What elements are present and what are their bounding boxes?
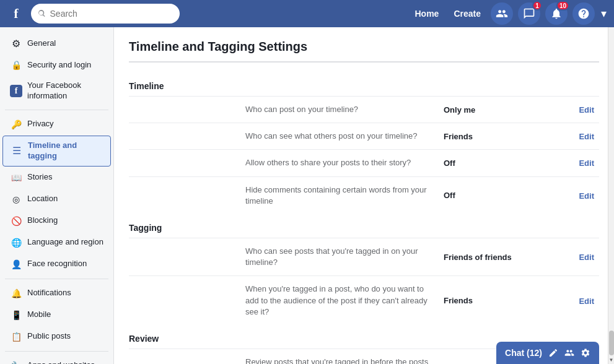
notifications-sidebar-icon: 🔔 [10,287,22,300]
friends-icon [496,7,508,20]
sidebar-item-general[interactable]: ⚙ General [2,33,111,54]
top-navigation: f Home Create 1 10 ▾ [0,0,614,27]
table-row: Hide comments containing certain words f… [129,176,599,214]
sidebar-divider-2 [5,279,108,279]
row-description: When you're tagged in a post, who do you… [240,276,439,325]
row-value: Only me [439,97,525,123]
edit-link[interactable]: Edit [579,297,594,306]
row-value: Off [439,150,525,176]
notifications-icon-btn[interactable]: 10 [545,2,568,25]
sidebar-divider-3 [5,351,108,352]
apps-icon: 🔧 [10,360,22,364]
sidebar-label-timeline: Timeline and tagging [28,141,103,162]
chat-people-icon[interactable] [564,348,574,358]
sidebar-label-notifications: Notifications [27,288,71,298]
row-value: Friends of friends [439,238,525,275]
search-bar[interactable] [31,4,180,24]
sidebar-item-language[interactable]: 🌐 Language and region [2,232,111,253]
row-action[interactable]: Edit [525,150,599,176]
general-icon: ⚙ [10,37,22,50]
sidebar-item-your-facebook[interactable]: f Your Facebook information [2,76,111,106]
help-icon-btn[interactable] [572,2,595,25]
tagging-section-label: Tagging [129,214,240,238]
edit-link[interactable]: Edit [579,191,594,201]
blocking-icon: 🚫 [10,215,22,227]
sidebar-label-apps: Apps and websites [27,360,95,364]
tagging-section-header: Tagging [129,214,599,238]
edit-link[interactable]: Edit [579,105,594,115]
nav-right: Home Create 1 10 ▾ [409,2,610,25]
edit-link[interactable]: Edit [579,253,594,262]
home-link[interactable]: Home [409,5,445,22]
chat-settings-icon[interactable] [581,348,590,358]
timeline-section-header: Timeline [129,72,599,97]
sidebar-item-location[interactable]: ◎ Location [2,189,111,210]
row-description: Who can post on your timeline? [240,97,439,123]
table-row: Who can see posts that you're tagged in … [129,238,599,275]
row-description: Who can see posts that you're tagged in … [240,238,439,275]
chat-label: Chat (12) [505,348,542,358]
sidebar-label-location: Location [27,194,58,204]
sidebar-item-stories[interactable]: 📖 Stories [2,167,111,188]
location-icon: ◎ [10,193,22,206]
row-action[interactable]: Edit [525,123,599,150]
sidebar-item-apps[interactable]: 🔧 Apps and websites [2,355,111,364]
main-container: ⚙ General 🔒 Security and login f Your Fa… [0,27,614,364]
table-row: When you're tagged in a post, who do you… [129,276,599,325]
sidebar-label-language: Language and region [27,237,103,248]
edit-link[interactable]: Edit [579,132,594,141]
row-description: Who can see what others post on your tim… [240,123,439,150]
settings-table: Timeline Who can post on your timeline? … [129,72,599,364]
your-facebook-icon: f [10,85,22,97]
help-icon [577,7,590,20]
security-icon: 🔒 [10,59,22,71]
sidebar-item-timeline[interactable]: ☰ Timeline and tagging [2,136,111,167]
language-icon: 🌐 [10,236,22,249]
edit-link[interactable]: Edit [579,158,594,168]
notifications-badge: 10 [556,1,569,11]
nav-dropdown-chevron[interactable]: ▾ [599,4,609,23]
timeline-section-label: Timeline [129,72,240,97]
public-posts-icon: 📋 [10,331,22,343]
sidebar-item-face-recognition[interactable]: 👤 Face recognition [2,254,111,275]
row-description: Allow others to share your posts to thei… [240,150,439,176]
sidebar-label-general: General [27,38,56,49]
review-section-label: Review [129,325,240,349]
table-row: Allow others to share your posts to thei… [129,150,599,176]
privacy-icon: 🔑 [10,118,22,131]
row-value: Friends [439,276,525,325]
sidebar-item-mobile[interactable]: 📱 Mobile [2,305,111,326]
sidebar-label-mobile: Mobile [27,310,51,320]
row-action[interactable]: Edit [525,97,599,123]
timeline-icon: ☰ [11,145,23,157]
search-input[interactable] [50,9,173,19]
sidebar-label-public-posts: Public posts [27,331,71,342]
scrollbar[interactable]: ▼ [608,27,614,364]
settings-content: Timeline and Tagging Settings Timeline W… [114,27,614,364]
chat-edit-icon[interactable] [548,348,558,358]
table-row: Who can see what others post on your tim… [129,123,599,150]
sidebar-divider-1 [5,110,108,110]
table-row: Who can post on your timeline? Only me E… [129,97,599,123]
row-action[interactable]: Edit [525,276,599,325]
sidebar-item-public-posts[interactable]: 📋 Public posts [2,326,111,347]
messages-icon-btn[interactable]: 1 [518,2,540,25]
sidebar-item-notifications[interactable]: 🔔 Notifications [2,283,111,304]
row-description: Review posts that you're tagged in befor… [240,349,439,364]
facebook-logo[interactable]: f [5,2,27,25]
sidebar-item-security[interactable]: 🔒 Security and login [2,54,111,76]
page-title: Timeline and Tagging Settings [129,40,599,63]
chat-bar[interactable]: Chat (12) [496,342,599,364]
friends-icon-btn[interactable] [491,2,513,25]
face-recognition-icon: 👤 [10,258,22,271]
create-link[interactable]: Create [447,5,487,22]
row-action[interactable]: Edit [525,176,599,214]
row-action[interactable]: Edit [525,238,599,275]
sidebar: ⚙ General 🔒 Security and login f Your Fa… [0,27,114,364]
row-value: Off [439,176,525,214]
row-description: Hide comments containing certain words f… [240,176,439,214]
messages-badge: 1 [532,1,542,11]
sidebar-item-blocking[interactable]: 🚫 Blocking [2,210,111,232]
sidebar-item-privacy[interactable]: 🔑 Privacy [2,114,111,135]
sidebar-label-stories: Stories [27,172,52,183]
